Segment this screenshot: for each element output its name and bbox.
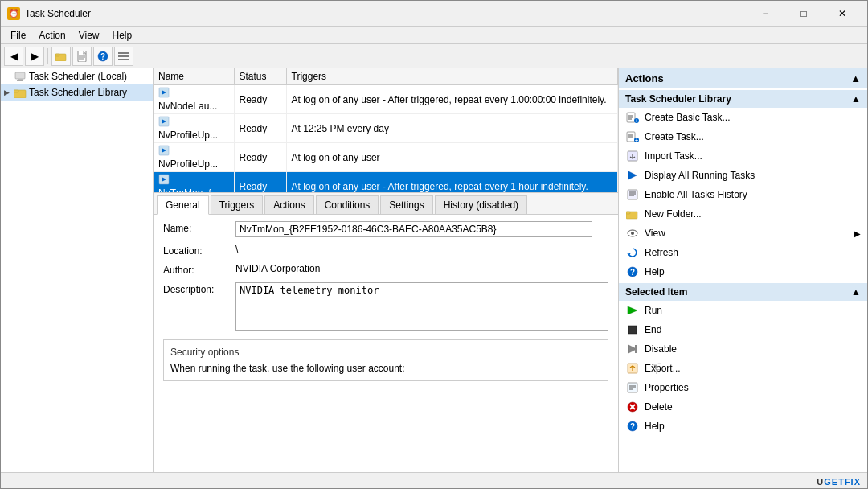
tree-item-library[interactable]: ▶ Task Scheduler Library (1, 84, 153, 101)
action-help-selected-label: Help (645, 421, 665, 432)
tab-settings[interactable]: Settings (380, 195, 432, 214)
action-export[interactable]: Export... ☞ (619, 359, 867, 378)
export-icon (625, 362, 640, 375)
center-panel: Name Status Triggers NvNodeLau... Ready … (154, 68, 618, 472)
list-button[interactable] (114, 47, 133, 66)
run-icon (625, 304, 640, 317)
col-header-status[interactable]: Status (234, 68, 286, 85)
action-help-selected[interactable]: ? Help (619, 417, 867, 436)
section-library-collapse[interactable]: ▲ (851, 93, 861, 105)
description-label: Description: (163, 282, 235, 295)
menu-bar: File Action View Help (1, 27, 867, 44)
author-value-container: NVIDIA Corporation (235, 263, 608, 274)
menu-action[interactable]: Action (32, 28, 72, 43)
tree-item-local[interactable]: Task Scheduler (Local) (1, 68, 153, 84)
action-run[interactable]: Run (619, 301, 867, 320)
svg-point-48 (631, 232, 634, 235)
tab-general[interactable]: General (157, 195, 209, 215)
delete-icon (625, 401, 640, 413)
location-row: Location: \ (163, 244, 608, 257)
disable-icon (625, 343, 640, 355)
properties-icon (625, 381, 640, 394)
action-disable[interactable]: Disable (619, 339, 867, 359)
folder-tree-icon (14, 87, 27, 98)
import-task-icon (625, 150, 640, 162)
create-basic-task-icon: + (625, 111, 640, 124)
menu-file[interactable]: File (4, 28, 32, 43)
action-delete[interactable]: Delete (619, 397, 867, 417)
svg-rect-12 (18, 79, 23, 80)
action-enable-history[interactable]: Enable All Tasks History (619, 185, 867, 204)
tab-triggers[interactable]: Triggers (211, 195, 264, 214)
actions-collapse-icon[interactable]: ▲ (850, 72, 861, 84)
svg-text:+: + (635, 118, 638, 123)
svg-text:+: + (635, 138, 638, 142)
tree-label-local: Task Scheduler (Local) (29, 71, 127, 82)
action-display-running-label: Display All Running Tasks (645, 170, 755, 181)
task-icon (158, 116, 170, 129)
task-name-cell: NvTmMon_{... (154, 172, 234, 193)
app-icon: ⏰ (7, 7, 20, 20)
name-input[interactable] (235, 221, 592, 237)
section-selected-collapse[interactable]: ▲ (851, 286, 861, 298)
task-icon (158, 145, 170, 158)
status-bar (1, 472, 867, 489)
table-row[interactable]: NvProfileUp... Ready At log on of any us… (154, 143, 618, 172)
help-toolbar-button[interactable]: ? (93, 47, 113, 66)
action-view-label: View (645, 228, 665, 239)
table-row[interactable]: NvTmMon_{... Ready At log on of any user… (154, 172, 618, 193)
action-import-task[interactable]: Import Task... (619, 146, 867, 166)
security-title: Security options (170, 347, 601, 358)
menu-view[interactable]: View (72, 28, 106, 43)
folder-button[interactable] (51, 47, 71, 66)
display-running-icon (625, 169, 640, 182)
action-new-folder[interactable]: New Folder... (619, 204, 867, 224)
help-library-icon: ? (625, 265, 640, 278)
action-refresh[interactable]: Refresh (619, 243, 867, 262)
help-selected-icon: ? (625, 420, 640, 433)
action-create-task[interactable]: + Create Task... (619, 127, 867, 146)
svg-text:?: ? (630, 422, 635, 431)
action-view[interactable]: View ▶ (619, 224, 867, 243)
author-row: Author: NVIDIA Corporation (163, 263, 608, 276)
menu-help[interactable]: Help (106, 28, 139, 43)
tree-label-library: Task Scheduler Library (29, 87, 127, 98)
document-button[interactable] (72, 47, 92, 66)
col-header-name[interactable]: Name (154, 68, 234, 85)
action-run-label: Run (645, 305, 662, 316)
maximize-button[interactable]: □ (785, 1, 822, 27)
tab-conditions[interactable]: Conditions (316, 195, 379, 214)
location-value-container: \ (235, 244, 608, 255)
task-name-cell: NvNodeLau... (154, 85, 234, 114)
security-section: Security options When running the task, … (163, 339, 608, 381)
table-row[interactable]: NvNodeLau... Ready At log on of any user… (154, 85, 618, 114)
action-create-basic-task[interactable]: + Create Basic Task... (619, 108, 867, 127)
description-textarea[interactable] (235, 282, 608, 331)
action-help-library[interactable]: ? Help (619, 262, 867, 281)
action-enable-history-label: Enable All Tasks History (645, 189, 747, 200)
close-button[interactable]: ✕ (824, 1, 861, 27)
window-controls: − □ ✕ (747, 1, 861, 27)
task-trigger-cell: At log on of any user (286, 143, 618, 172)
action-properties[interactable]: Properties (619, 378, 867, 397)
task-trigger-cell: At log on of any user - After triggered,… (286, 172, 618, 193)
table-row[interactable]: NvProfileUp... Ready At 12:25 PM every d… (154, 114, 618, 143)
tab-history[interactable]: History (disabled) (435, 195, 527, 214)
view-arrow-icon: ▶ (854, 229, 861, 238)
action-end[interactable]: End (619, 320, 867, 339)
minimize-button[interactable]: − (747, 1, 784, 27)
svg-text:?: ? (630, 268, 635, 277)
action-end-label: End (645, 324, 661, 335)
forward-button[interactable]: ▶ (25, 47, 44, 66)
section-selected-label: Selected Item (625, 286, 687, 298)
section-library-header: Task Scheduler Library ▲ (619, 90, 867, 108)
new-folder-icon (625, 208, 640, 220)
action-display-running[interactable]: Display All Running Tasks (619, 166, 867, 185)
end-icon (625, 323, 640, 336)
back-button[interactable]: ◀ (4, 47, 23, 66)
col-header-triggers[interactable]: Triggers (286, 68, 618, 85)
section-library-label: Task Scheduler Library (625, 93, 731, 105)
svg-rect-41 (628, 190, 637, 199)
tab-actions[interactable]: Actions (264, 195, 313, 214)
task-icon (158, 174, 170, 187)
